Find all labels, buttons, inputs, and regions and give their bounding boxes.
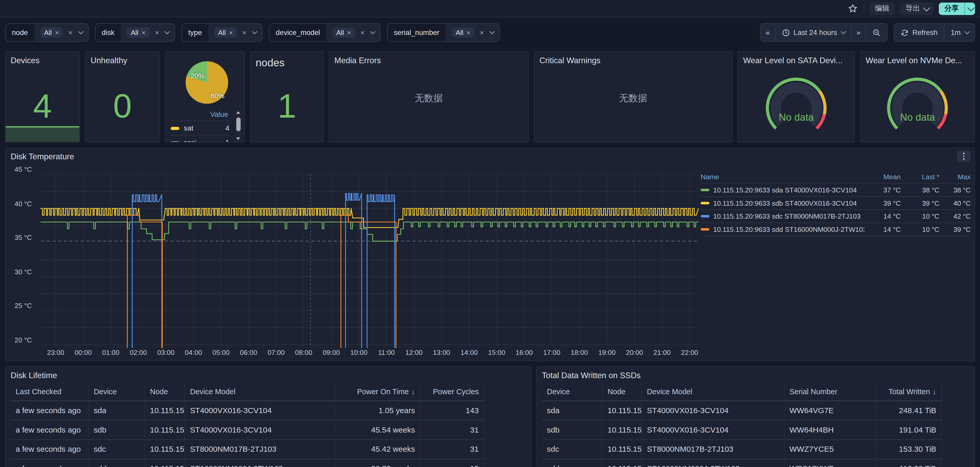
zoom-out-button[interactable] bbox=[865, 24, 887, 41]
time-shift-back-button[interactable]: « bbox=[761, 24, 775, 41]
x-axis-label: 23:00 bbox=[42, 349, 69, 356]
pie-percent-label: 80% bbox=[211, 92, 224, 100]
x-axis-label: 09:00 bbox=[318, 349, 345, 356]
table-cell: sdd bbox=[89, 459, 145, 467]
chevron-down-icon bbox=[78, 29, 83, 34]
y-axis-label: 40 °C bbox=[6, 200, 32, 207]
filter-type[interactable]: typeAll×× bbox=[181, 23, 262, 42]
edit-button[interactable]: 编辑 bbox=[869, 2, 895, 14]
legend-header-max[interactable]: Max bbox=[939, 173, 970, 181]
filter-label: type bbox=[182, 24, 208, 41]
column-header[interactable]: Device bbox=[542, 383, 603, 401]
refresh-interval-picker[interactable]: 1m bbox=[944, 24, 974, 41]
scrollbar-thumb[interactable] bbox=[236, 118, 240, 131]
remove-option-icon[interactable]: × bbox=[229, 29, 233, 36]
column-header[interactable]: Serial Number bbox=[784, 383, 877, 401]
table-row[interactable]: sdc10.115.15.20ST8000NM017B-2TJ103WWZ7YC… bbox=[542, 440, 942, 459]
table-row[interactable]: sdb10.115.15.20ST4000VX016-3CV104WW64H4B… bbox=[542, 421, 942, 440]
time-shift-forward-button[interactable]: » bbox=[851, 24, 865, 41]
clock-icon bbox=[781, 29, 790, 37]
column-header[interactable]: Node bbox=[603, 383, 642, 401]
filter-selected-option[interactable]: All× bbox=[215, 27, 237, 38]
column-header[interactable]: Power On Time↓ bbox=[336, 383, 421, 401]
time-range-picker[interactable]: Last 24 hours bbox=[775, 24, 851, 41]
legend-header-mean[interactable]: Mean bbox=[864, 173, 901, 181]
remove-option-icon[interactable]: × bbox=[347, 29, 351, 36]
export-button[interactable]: 导出 bbox=[900, 2, 934, 14]
filter-device_model[interactable]: device_modelAll×× bbox=[269, 23, 381, 42]
filter-selected-option[interactable]: All× bbox=[127, 27, 149, 38]
legend-row[interactable]: sat4 bbox=[171, 121, 229, 135]
refresh-button[interactable]: Refresh bbox=[894, 24, 944, 41]
share-menu-button[interactable] bbox=[964, 2, 975, 14]
table-row[interactable]: a few seconds agosda10.115.15.20ST4000VX… bbox=[11, 401, 484, 421]
panel-unhealthy: Unhealthy 0 bbox=[85, 51, 160, 143]
column-header[interactable]: Total Written↓ bbox=[877, 383, 942, 401]
filter-node[interactable]: nodeAll×× bbox=[5, 23, 89, 42]
column-header[interactable]: Device Model bbox=[185, 383, 336, 401]
devices-sparkline bbox=[6, 126, 80, 142]
clear-filter-icon[interactable]: × bbox=[155, 29, 159, 36]
filter-selected-option[interactable]: All× bbox=[452, 27, 474, 38]
table-cell: 143 bbox=[421, 401, 484, 420]
remove-option-icon[interactable]: × bbox=[466, 29, 471, 36]
table-cell: 45.42 weeks bbox=[336, 440, 421, 459]
x-axis-label: 02:00 bbox=[125, 349, 152, 356]
legend-row[interactable]: 10.115.15.20:9633 sdc ST8000NM017B-2TJ10… bbox=[701, 210, 970, 223]
filter-serial_number[interactable]: serial_numberAll×× bbox=[387, 23, 500, 42]
column-header-label: Device Model bbox=[190, 388, 235, 396]
legend-row[interactable]: 10.115.15.20:9633 sdd ST16000NM000J-2TW1… bbox=[701, 223, 970, 236]
panel-media-errors: Media Errors 无数据 bbox=[329, 51, 529, 143]
chevron-down-icon bbox=[841, 29, 846, 34]
series-label: 10.115.15.20:9633 sdd ST16000NM000J-2TW1… bbox=[713, 226, 864, 233]
clear-filter-icon[interactable]: × bbox=[68, 29, 73, 36]
x-axis-label: 04:00 bbox=[180, 349, 207, 356]
column-header[interactable]: Node bbox=[145, 383, 185, 401]
filter-option-label: All bbox=[456, 29, 463, 36]
legend-row[interactable]: scsi1 bbox=[171, 136, 229, 143]
scrollbar[interactable] bbox=[235, 109, 241, 142]
clear-filter-icon[interactable]: × bbox=[361, 29, 365, 36]
legend-row[interactable]: 10.115.15.20:9633 sda ST4000VX016-3CV104… bbox=[701, 184, 970, 197]
table-cell: WWZ7YCE5 bbox=[784, 440, 877, 459]
table-cell: ST4000VX016-3CV104 bbox=[185, 421, 336, 439]
filter-value: All×× bbox=[208, 24, 262, 41]
series-mean: 37 °C bbox=[864, 186, 901, 194]
table-cell: 1.05 years bbox=[336, 401, 421, 420]
remove-option-icon[interactable]: × bbox=[142, 29, 146, 36]
filter-selected-option[interactable]: All× bbox=[40, 27, 63, 38]
table-row[interactable]: a few seconds agosdb10.115.15.20ST4000VX… bbox=[11, 421, 484, 440]
filter-disk[interactable]: diskAll×× bbox=[95, 23, 175, 42]
legend-header-last[interactable]: Last * bbox=[901, 173, 940, 181]
series-mean: 14 °C bbox=[864, 212, 901, 220]
legend-row[interactable]: 10.115.15.20:9633 sdb ST4000VX016-3CV104… bbox=[701, 197, 970, 210]
devices-value: 4 bbox=[6, 87, 80, 124]
scroll-down-icon[interactable] bbox=[236, 138, 240, 140]
table-row[interactable]: a few seconds agosdd10.115.15.20ST16000N… bbox=[11, 459, 484, 467]
table-row[interactable]: a few seconds agosdc10.115.15.20ST8000NM… bbox=[11, 440, 484, 459]
y-axis-label: 45 °C bbox=[6, 165, 32, 173]
clear-filter-icon[interactable]: × bbox=[480, 29, 484, 36]
table-cell: 45.54 weeks bbox=[336, 421, 421, 439]
table-row[interactable]: sda10.115.15.20ST4000VX016-3CV104WW64VG7… bbox=[542, 401, 942, 421]
x-axis-label: 05:00 bbox=[207, 349, 235, 356]
panel-disk-temperature: Disk Temperature 45 °C40 °C35 °C30 °C25 … bbox=[5, 148, 975, 361]
panel-menu-button[interactable] bbox=[957, 151, 970, 162]
column-header[interactable]: Power Cycles bbox=[421, 383, 484, 401]
no-data-text: 无数据 bbox=[535, 52, 732, 142]
filter-selected-option[interactable]: All× bbox=[332, 27, 355, 38]
column-header[interactable]: Last Checked bbox=[11, 383, 89, 401]
remove-option-icon[interactable]: × bbox=[55, 29, 59, 36]
legend-header-name[interactable]: Name bbox=[701, 173, 864, 181]
share-button[interactable]: 分享 bbox=[939, 2, 975, 14]
star-icon[interactable] bbox=[846, 2, 859, 14]
series-label: 10.115.15.20:9633 sda ST4000VX016-3CV104 bbox=[713, 186, 857, 194]
scroll-up-icon[interactable] bbox=[236, 111, 240, 114]
time-series-plot[interactable] bbox=[35, 169, 704, 348]
column-header-label: Device bbox=[547, 388, 570, 396]
table-row[interactable]: sdd10.115.15.20ST16000NM000J-2TW103WRS17… bbox=[542, 459, 942, 467]
clear-filter-icon[interactable]: × bbox=[242, 29, 247, 36]
column-header-label: Last Checked bbox=[16, 388, 61, 396]
column-header[interactable]: Device bbox=[89, 383, 145, 401]
column-header[interactable]: Device Model bbox=[642, 383, 784, 401]
